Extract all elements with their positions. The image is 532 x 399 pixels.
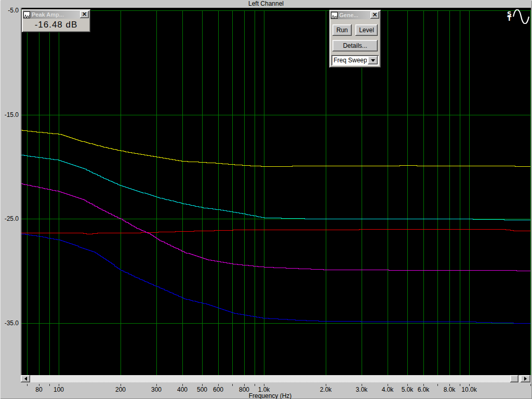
y-tick-label--15.0: -15.0 — [5, 111, 19, 118]
generator-window-title: Gene... — [339, 12, 370, 18]
trace-blue — [21, 234, 530, 324]
waveform-icon — [23, 11, 30, 18]
horizontal-scrollbar[interactable] — [21, 375, 531, 382]
trace-yellow — [21, 130, 530, 167]
window-title: Left Channel — [248, 0, 284, 7]
close-icon[interactable]: × — [80, 11, 89, 18]
generator-window-titlebar[interactable]: Gene... × — [330, 11, 380, 19]
peak-window-title: Peak Amp... — [32, 11, 80, 18]
y-tick-label--5.0: -5.0 — [8, 7, 19, 14]
peak-amplitude-value: -16.48 dB — [23, 19, 89, 31]
window-titlebar[interactable]: Left Channel — [1, 0, 531, 8]
dropdown-button[interactable] — [368, 56, 378, 64]
x-tick-label-1.0k: 1.0k — [258, 386, 270, 393]
logo-letters: S T — [507, 12, 512, 21]
app-logo: S T — [507, 9, 529, 24]
x-tick-700 — [232, 384, 233, 386]
peak-amplitude-window[interactable]: Peak Amp... × -16.48 dB — [22, 9, 90, 32]
y-tick-label--25.0: -25.0 — [5, 215, 19, 222]
x-tick-label-3.0k: 3.0k — [356, 386, 368, 393]
chevron-down-icon — [371, 59, 375, 62]
x-tick-label-5.0k: 5.0k — [402, 386, 414, 393]
x-tick-70 — [27, 384, 28, 386]
details-button[interactable]: Details... — [332, 40, 378, 51]
x-tick-label-100: 100 — [54, 386, 64, 393]
close-icon[interactable]: × — [370, 11, 379, 19]
signal-type-value: Freq Sweep — [331, 55, 367, 65]
plot-area[interactable]: S T — [21, 8, 531, 375]
x-tick-label-600: 600 — [213, 386, 223, 393]
x-tick-label-2.0k: 2.0k — [320, 386, 332, 393]
scroll-left-icon — [24, 377, 27, 381]
x-tick-label-300: 300 — [151, 386, 162, 393]
app-window: Left Channel -5.0-15.0-25.0-35.0 S T Fre… — [0, 0, 532, 399]
scrollbar-thumb[interactable] — [510, 375, 518, 382]
trace-magenta — [21, 184, 530, 271]
x-tick-label-400: 400 — [177, 386, 188, 393]
trace-cyan — [21, 155, 530, 220]
scroll-right-button[interactable] — [521, 375, 530, 382]
scrollbar-track[interactable] — [21, 375, 531, 382]
x-tick-label-6.0k: 6.0k — [418, 386, 430, 393]
x-tick-7000 — [437, 384, 438, 386]
trace-red — [21, 230, 530, 234]
peak-window-titlebar[interactable]: Peak Amp... × — [23, 10, 89, 19]
signal-type-dropdown[interactable]: Freq Sweep — [331, 55, 379, 65]
y-tick-label--35.0: -35.0 — [5, 320, 19, 327]
x-tick-90 — [49, 384, 50, 386]
x-tick-label-500: 500 — [197, 386, 207, 393]
run-button[interactable]: Run — [332, 24, 352, 36]
level-button[interactable]: Level — [355, 24, 378, 36]
x-tick-label-10.0k: 10.0k — [461, 386, 476, 393]
y-axis: -5.0-15.0-25.0-35.0 — [0, 0, 21, 399]
generator-window[interactable]: Gene... × Run Level Details... Freq Swee… — [329, 10, 381, 68]
x-tick-20000 — [530, 384, 531, 386]
waveform-icon — [331, 12, 338, 19]
x-tick-label-4.0k: 4.0k — [382, 386, 394, 393]
x-tick-label-8.0k: 8.0k — [444, 386, 456, 393]
frequency-response-chart — [21, 8, 531, 375]
x-tick-900 — [255, 384, 255, 386]
plot-left-edge-dither — [21, 8, 22, 375]
logo-letter-t: T — [507, 17, 512, 21]
sine-wave-icon — [513, 9, 529, 24]
x-tick-label-200: 200 — [115, 386, 126, 393]
x-tick-9000 — [460, 384, 460, 386]
x-tick-label-800: 800 — [239, 386, 249, 393]
x-axis: Frequency (Hz) 801002003004005006008001.… — [21, 382, 531, 399]
x-axis-title: Frequency (Hz) — [249, 392, 292, 399]
x-tick-label-80: 80 — [35, 386, 42, 393]
scroll-right-icon — [524, 377, 527, 381]
scroll-left-button[interactable] — [21, 375, 30, 382]
